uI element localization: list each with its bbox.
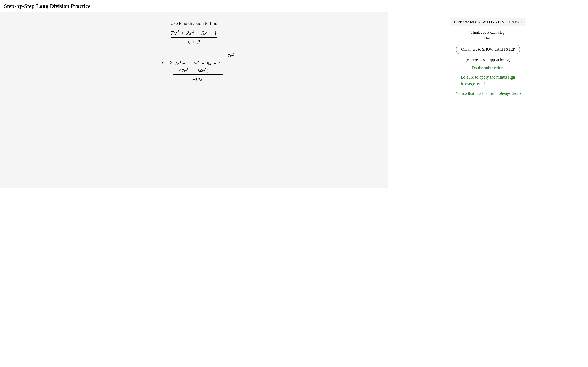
hint-minus-sign: Be sure to apply the minus sign to every… (461, 74, 515, 87)
fraction-numerator: 7x3 + 2x2 − 9x − 1 (171, 28, 217, 38)
think-text: Think about each step. Then, (470, 30, 505, 41)
divisor-dividend-row: x + 2 7x3 + 2x2 − 9x − 1 (161, 58, 240, 67)
quotient-row: 7x2 (161, 52, 240, 58)
fraction-display: 7x3 + 2x2 − 9x − 1 x + 2 (9, 28, 379, 45)
subtraction-row: − ( 7x3 + 14x2 ) (161, 67, 240, 75)
show-steps-button[interactable]: Click here to SHOW EACH STEP (456, 45, 520, 54)
page-title: Step-by-Step Long Division Practice (0, 0, 588, 12)
divisor-cell: x + 2 (161, 58, 172, 67)
remainder-value: −12x2 (192, 77, 204, 82)
left-panel: Use long division to find 7x3 + 2x2 − 9x… (0, 12, 388, 188)
remainder-row: −12x2 (161, 75, 240, 82)
new-problem-button[interactable]: Click here for a NEW LONG DIVISION PRO (450, 18, 526, 26)
subtraction-line: − ( 7x3 + 14x2 ) (173, 67, 223, 75)
long-division-area: 7x2 x + 2 7x3 + 2x2 − 9x − 1 (9, 52, 379, 82)
long-division-table: 7x2 x + 2 7x3 + 2x2 − 9x − 1 (161, 52, 240, 82)
comments-note: (comments will appear below) (466, 58, 510, 62)
right-panel: Click here for a NEW LONG DIVISION PRO T… (388, 12, 588, 188)
hint-first-term: Notice that the first term always disap (455, 90, 521, 97)
dividend-box: 7x3 + 2x2 − 9x − 1 (172, 58, 224, 67)
fraction-denominator: x + 2 (187, 39, 200, 45)
quotient-value: 7x2 (228, 53, 234, 58)
problem-instruction: Use long division to find (9, 21, 379, 26)
hint-subtraction: Do the subtraction. (472, 66, 505, 70)
